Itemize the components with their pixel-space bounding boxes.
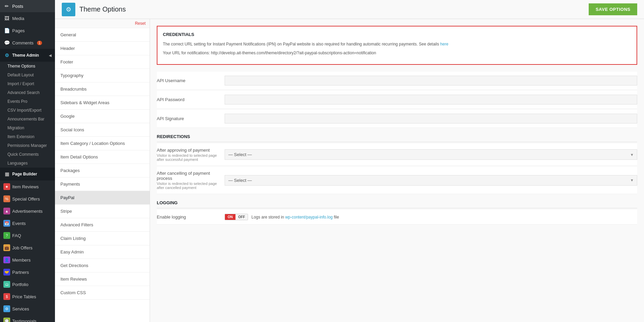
page-builder-label: Page Builder (12, 172, 37, 176)
left-nav-payments[interactable]: Payments (55, 177, 150, 191)
sidebar-item-faq[interactable]: ? FAQ (0, 229, 55, 242)
after-approving-label: After approving of payment Visitor is re… (157, 148, 225, 162)
left-nav-paypal[interactable]: PayPal (55, 191, 150, 205)
page-title: Theme Options (79, 5, 126, 13)
left-nav-get-directions[interactable]: Get Directions (55, 259, 150, 272)
submenu-permissions-label: Permissions Manager (7, 143, 47, 148)
sidebar-submenu-events-pro[interactable]: Events Pro (0, 97, 55, 106)
credentials-title: CREDENTIALS (163, 32, 631, 37)
sidebar-item-pages[interactable]: 📄 Pages (0, 24, 55, 37)
sidebar-item-special-offers-label: Special Offers (12, 196, 40, 202)
api-password-label: API Password (157, 97, 225, 102)
page-builder-header[interactable]: ▦ Page Builder (0, 168, 55, 181)
sidebar-item-events[interactable]: 📅 Events (0, 217, 55, 229)
left-nav-google[interactable]: Google (55, 110, 150, 123)
left-nav-sidebars[interactable]: Sidebars & Widget Areas (55, 96, 150, 110)
enable-logging-row: Enable logging ON OFF Logs are stored in… (157, 210, 637, 225)
sidebar-submenu-migration[interactable]: Migration (0, 124, 55, 132)
sidebar-item-comments[interactable]: 💬 Comments 1 (0, 37, 55, 49)
api-username-input[interactable] (225, 76, 637, 86)
log-file-link[interactable]: wp-content/paypal-info.log (285, 215, 333, 220)
posts-icon: ✏ (3, 3, 10, 10)
api-password-input[interactable] (225, 95, 637, 105)
sidebar-submenu-default-layout[interactable]: Default Layout (0, 71, 55, 79)
api-signature-row: API Signature (157, 110, 637, 128)
comments-icon: 💬 (3, 39, 10, 46)
enable-logging-toggle[interactable]: ON OFF (225, 214, 248, 220)
sidebar-submenu-csv[interactable]: CSV Import/Export (0, 106, 55, 115)
sidebar-submenu-item-extension[interactable]: Item Extension (0, 132, 55, 141)
sidebar-item-testimonials[interactable]: 💬 Testimonials (0, 315, 55, 322)
sidebar-item-special-offers[interactable]: % Special Offers (0, 193, 55, 205)
left-nav-header[interactable]: Header (55, 42, 150, 55)
theme-admin-header[interactable]: ⚙ Theme Admin ◀ (0, 49, 55, 62)
after-approving-select[interactable]: — Select — (225, 149, 637, 160)
after-cancelling-row: After cancelling of payment process Visi… (157, 167, 637, 194)
left-nav-item-reviews[interactable]: Item Reviews (55, 272, 150, 286)
sidebar-item-media[interactable]: 🖼 Media (0, 12, 55, 24)
redirections-heading: REDIRECTIONS (157, 129, 637, 142)
left-nav-item-category[interactable]: Item Category / Location Options (55, 137, 150, 150)
submenu-languages-label: Languages (7, 161, 27, 166)
sidebar-item-advertisements[interactable]: ▲ Advertisements (0, 205, 55, 217)
sidebar-submenu-import-export[interactable]: Import / Export (0, 79, 55, 88)
events-icon: 📅 (3, 220, 10, 227)
after-cancelling-select[interactable]: — Select — (225, 175, 637, 186)
sidebar-item-partners[interactable]: 🤝 Partners (0, 266, 55, 278)
partners-icon: 🤝 (3, 269, 10, 276)
sidebar-item-testimonials-label: Testimonials (12, 319, 37, 322)
after-cancelling-label: After cancelling of payment process Visi… (157, 171, 225, 190)
left-nav-easy-admin[interactable]: Easy Admin (55, 245, 150, 259)
left-nav-breadcrumbs[interactable]: Breadcrumbs (55, 82, 150, 96)
top-header: ⚙ Theme Options SAVE OPTIONS (55, 0, 644, 19)
sidebar-item-members[interactable]: 👤 Members (0, 254, 55, 266)
api-signature-label: API Signature (157, 116, 225, 121)
toggle-on-label: ON (225, 214, 235, 220)
media-icon: 🖼 (3, 15, 10, 22)
left-nav-claim-listing[interactable]: Claim Listing (55, 232, 150, 245)
sidebar-item-portfolio[interactable]: 🗂 Portfolio (0, 278, 55, 290)
left-nav-packages[interactable]: Packages (55, 164, 150, 177)
sidebar-item-item-reviews[interactable]: ★ Item Reviews (0, 181, 55, 193)
sidebar-item-price-tables[interactable]: $ Price Tables (0, 290, 55, 303)
sidebar-item-job-offers[interactable]: 💼 Job Offers (0, 242, 55, 254)
credentials-here-link[interactable]: here (440, 42, 448, 46)
sidebar-item-portfolio-label: Portfolio (12, 282, 29, 287)
toggle-note: Logs are stored in wp-content/paypal-inf… (251, 215, 339, 220)
left-nav-general[interactable]: General (55, 28, 150, 42)
left-nav-item-detail[interactable]: Item Detail Options (55, 150, 150, 164)
title-gear-icon: ⚙ (66, 6, 71, 13)
sidebar-submenu-quick-comments[interactable]: Quick Comments (0, 150, 55, 159)
api-signature-input[interactable] (225, 114, 637, 124)
api-password-input-area (225, 95, 637, 105)
portfolio-icon: 🗂 (3, 281, 10, 288)
logging-heading: LOGGING (157, 195, 637, 208)
sidebar-submenu-languages[interactable]: Languages (0, 159, 55, 168)
left-nav-typography[interactable]: Typography (55, 69, 150, 82)
main: ⚙ Theme Options SAVE OPTIONS Reset Gener… (55, 0, 644, 322)
sidebar-submenu-advanced-search[interactable]: Advanced Search (0, 88, 55, 97)
left-nav-custom-css[interactable]: Custom CSS (55, 286, 150, 300)
sidebar-submenu-theme-options[interactable]: Theme Options (0, 62, 55, 71)
reset-link[interactable]: Reset (55, 19, 150, 28)
left-nav-social-icons[interactable]: Social Icons (55, 123, 150, 137)
sidebar-item-media-label: Media (12, 16, 24, 21)
enable-logging-label: Enable logging (157, 214, 225, 220)
sidebar-item-advertisements-label: Advertisements (12, 209, 43, 214)
left-nav: Reset General Header Footer Typography B… (55, 19, 150, 322)
left-nav-advanced-filters[interactable]: Advanced Filters (55, 218, 150, 232)
toggle-wrap: ON OFF Logs are stored in wp-content/pay… (225, 214, 339, 220)
left-nav-footer[interactable]: Footer (55, 55, 150, 69)
left-nav-stripe[interactable]: Stripe (55, 205, 150, 218)
sidebar-item-services[interactable]: ⚙ Services (0, 303, 55, 315)
sidebar-submenu-announcements[interactable]: Announcements Bar (0, 115, 55, 124)
sidebar-page-builder: ★ Item Reviews % Special Offers ▲ Advert… (0, 181, 55, 322)
save-options-button[interactable]: SAVE OPTIONS (589, 3, 637, 15)
sidebar-item-posts[interactable]: ✏ Posts (0, 0, 55, 12)
sidebar-submenu-permissions[interactable]: Permissions Manager (0, 141, 55, 150)
special-offers-icon: % (3, 195, 10, 202)
submenu-theme-options-label: Theme Options (7, 64, 35, 69)
after-approving-select-wrap: — Select — ▼ (225, 149, 637, 160)
after-cancelling-select-wrap: — Select — ▼ (225, 175, 637, 186)
right-panel: CREDENTIALS The correct URL setting for … (150, 19, 644, 322)
